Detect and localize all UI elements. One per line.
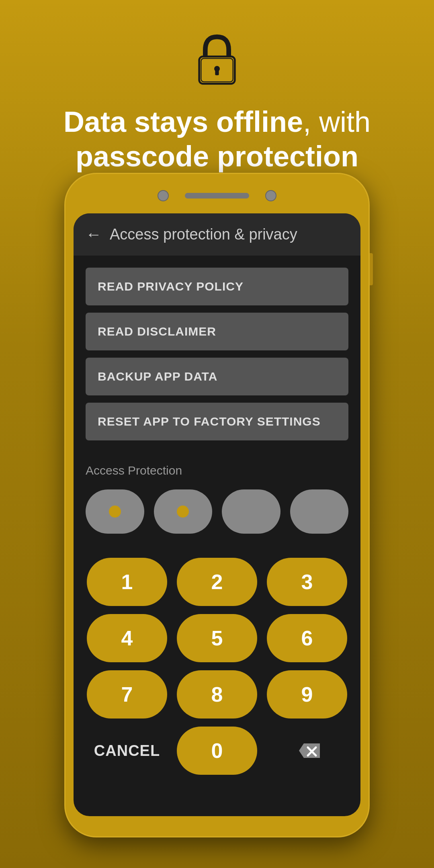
app-bar: ← Access protection & privacy [74, 213, 360, 256]
menu-item-privacy-policy[interactable]: READ PRIVACY POLICY [86, 268, 348, 305]
headline: Data stays offline, withpasscode protect… [39, 104, 395, 174]
phone-camera [158, 190, 169, 201]
numpad: 1 2 3 4 5 6 [74, 558, 360, 787]
numpad-btn-5[interactable]: 5 [177, 614, 257, 662]
menu-item-disclaimer-text: READ DISCLAIMER [98, 325, 216, 338]
phone-mockup: ← Access protection & privacy READ PRIVA… [64, 173, 370, 837]
numpad-btn-9-text: 9 [301, 682, 313, 706]
phone-top-bar [74, 186, 360, 205]
headline-bold1: Data stays offline [63, 106, 303, 138]
numpad-btn-7-text: 7 [121, 682, 133, 706]
phone-screen: ← Access protection & privacy READ PRIVA… [74, 213, 360, 816]
phone-sensor [265, 190, 276, 201]
phone-speaker [185, 193, 249, 199]
numpad-btn-1[interactable]: 1 [87, 558, 167, 606]
svg-rect-4 [215, 69, 219, 75]
back-button[interactable]: ← [86, 225, 102, 244]
menu-section: READ PRIVACY POLICY READ DISCLAIMER BACK… [74, 256, 360, 440]
menu-item-backup-text: BACKUP APP DATA [98, 370, 217, 383]
pin-dot-1-inner [109, 506, 121, 518]
menu-item-reset[interactable]: RESET APP TO FACTORY SETTINGS [86, 403, 348, 440]
numpad-btn-3[interactable]: 3 [267, 558, 347, 606]
lock-icon [193, 32, 241, 88]
numpad-row-1: 1 2 3 [82, 558, 352, 606]
access-protection-section: Access Protection [74, 448, 360, 558]
numpad-btn-4[interactable]: 4 [87, 614, 167, 662]
numpad-btn-8-text: 8 [211, 682, 223, 706]
cancel-button[interactable]: CANCEL [87, 727, 167, 775]
numpad-btn-7[interactable]: 7 [87, 670, 167, 719]
top-section: Data stays offline, withpasscode protect… [0, 0, 434, 174]
pin-dot-2 [154, 489, 213, 534]
cancel-button-text: CANCEL [94, 742, 160, 760]
numpad-bottom-row: CANCEL 0 [82, 727, 352, 775]
pin-dot-2-inner [177, 506, 189, 518]
menu-item-reset-text: RESET APP TO FACTORY SETTINGS [98, 415, 321, 428]
numpad-row-2: 4 5 6 [82, 614, 352, 662]
numpad-btn-0-text: 0 [211, 739, 223, 763]
menu-item-backup[interactable]: BACKUP APP DATA [86, 358, 348, 395]
numpad-btn-2[interactable]: 2 [177, 558, 257, 606]
pin-dot-1 [86, 489, 144, 534]
numpad-btn-8[interactable]: 8 [177, 670, 257, 719]
numpad-btn-2-text: 2 [211, 570, 223, 594]
numpad-btn-5-text: 5 [211, 626, 223, 650]
numpad-btn-9[interactable]: 9 [267, 670, 347, 719]
backspace-button[interactable] [267, 727, 347, 775]
app-bar-title: Access protection & privacy [110, 226, 297, 243]
numpad-btn-3-text: 3 [301, 570, 313, 594]
menu-item-privacy-policy-text: READ PRIVACY POLICY [98, 280, 244, 293]
numpad-btn-6-text: 6 [301, 626, 313, 650]
headline-bold2: passcode protection [76, 140, 358, 172]
access-protection-label: Access Protection [86, 464, 348, 477]
numpad-row-3: 7 8 9 [82, 670, 352, 719]
numpad-btn-4-text: 4 [121, 626, 133, 650]
pin-dots [86, 489, 348, 534]
menu-item-disclaimer[interactable]: READ DISCLAIMER [86, 313, 348, 350]
phone-side-button [370, 253, 373, 285]
backspace-icon [291, 739, 323, 763]
pin-dot-4 [290, 489, 349, 534]
headline-regular: , with [303, 106, 371, 138]
pin-dot-3 [222, 489, 280, 534]
numpad-btn-0[interactable]: 0 [177, 727, 257, 775]
phone-outer: ← Access protection & privacy READ PRIVA… [64, 173, 370, 837]
numpad-btn-6[interactable]: 6 [267, 614, 347, 662]
numpad-btn-1-text: 1 [121, 570, 133, 594]
